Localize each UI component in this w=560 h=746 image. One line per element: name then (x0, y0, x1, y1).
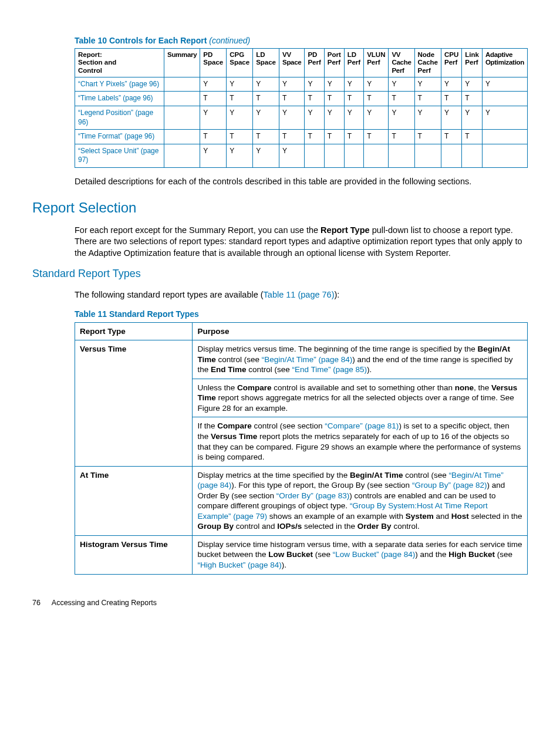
table11-header-purpose: Purpose (193, 322, 528, 340)
link-control[interactable]: “Legend Position” (page 96) (78, 109, 153, 126)
cross-ref-link[interactable]: “Group By” (page 82) (412, 481, 487, 490)
table10-cell: Y (305, 106, 324, 130)
table10-cell: T (344, 92, 363, 106)
table10-cell: T (344, 130, 363, 144)
cross-ref-link[interactable]: “High Bucket” (page 84) (197, 561, 281, 569)
para-standard-types-intro: The following standard report types are … (75, 289, 528, 301)
table10-cell: Y (200, 77, 227, 92)
table11-purpose-cell: Unless the Compare control is available … (193, 379, 528, 417)
footer-title: Accessing and Creating Reports (52, 599, 157, 607)
heading-report-selection: Report Selection (32, 198, 528, 217)
table10-row-label[interactable]: “Chart Y Pixels” (page 96) (75, 77, 164, 92)
table11-caption: Table 11 Standard Report Types (75, 309, 528, 319)
table10-cell: Y (441, 77, 462, 92)
page-number: 76 (32, 598, 50, 607)
table11-purpose-cell: Display metrics versus time. The beginni… (193, 340, 528, 379)
cross-ref-link[interactable]: “Compare” (page 81) (325, 421, 399, 430)
table10-cell: Y (324, 77, 344, 92)
table10-cell: Y (482, 77, 527, 92)
table10-row-label[interactable]: “Time Format” (page 96) (75, 130, 164, 144)
table10-cell (344, 144, 363, 167)
table10-cell: Y (414, 106, 441, 130)
table10-cell (364, 144, 389, 167)
table10-cell: Y (227, 106, 253, 130)
table10-cell: Y (389, 106, 414, 130)
table10-cell (482, 92, 527, 106)
table10-cell: T (414, 92, 441, 106)
cross-ref-link[interactable]: “Group By System:Host At Time Report Exa… (197, 501, 487, 521)
table10-cell: Y (279, 77, 305, 92)
table10-header: PortPerf (324, 49, 344, 77)
table10-header: LDPerf (344, 49, 363, 77)
table10-cell: T (227, 92, 253, 106)
table10-cell: Y (389, 77, 414, 92)
cross-ref-link[interactable]: “End Time” (page 85) (292, 365, 367, 374)
table10-cell (164, 92, 200, 106)
table11-purpose-cell: Display service time histogram versus ti… (193, 535, 528, 574)
page-footer: 76 Accessing and Creating Reports (32, 598, 528, 607)
cross-ref-link[interactable]: “Low Bucket” (page 84) (333, 550, 415, 559)
table10-cell: T (462, 92, 483, 106)
table10-cell: T (279, 130, 305, 144)
table10-cell (164, 77, 200, 92)
table10-cell: Y (279, 144, 305, 167)
table10-cell: Y (253, 77, 279, 92)
table10-cell: Y (324, 106, 344, 130)
table10-header: LDSpace (253, 49, 279, 77)
table10-cell (482, 130, 527, 144)
cross-ref-link[interactable]: “Begin/At Time” (page 84) (262, 355, 353, 364)
table10-cell: Y (200, 144, 227, 167)
table10-header: CPGSpace (227, 49, 253, 77)
table10-cell (164, 130, 200, 144)
table10-cell: Y (364, 77, 389, 92)
table10-cell: T (324, 130, 344, 144)
table10-cell: T (364, 130, 389, 144)
table10-cell: T (324, 92, 344, 106)
table10-cell: Y (462, 106, 483, 130)
heading-standard-report-types: Standard Report Types (32, 267, 528, 281)
table10-cell (305, 144, 324, 167)
table10-cell: Y (462, 77, 483, 92)
link-control[interactable]: “Select Space Unit” (page 97) (78, 147, 158, 164)
table10-cell: Y (253, 144, 279, 167)
table10-cell: Y (414, 77, 441, 92)
table10-header: NodeCachePerf (414, 49, 441, 77)
table11: Report Type Purpose Versus TimeDisplay m… (75, 322, 528, 575)
table10-row-label[interactable]: “Select Space Unit” (page 97) (75, 144, 164, 167)
table10-header: VVSpace (279, 49, 305, 77)
table10-cell (164, 106, 200, 130)
table11-purpose-cell: Display metrics at the time specified by… (193, 466, 528, 535)
table10-cell: T (414, 130, 441, 144)
table10-cell: T (389, 130, 414, 144)
table10-cell: Y (200, 106, 227, 130)
table10-caption-continued: (continued) (209, 36, 250, 45)
para-report-selection: For each report except for the Summary R… (75, 225, 528, 259)
cross-ref-link[interactable]: “Order By” (page 83) (276, 491, 350, 500)
table10-cell: Y (279, 106, 305, 130)
table10-cell: Y (227, 77, 253, 92)
link-control[interactable]: “Time Format” (page 96) (78, 132, 154, 140)
table10-header: Summary (164, 49, 200, 77)
table10-cell (441, 144, 462, 167)
table10-cell (414, 144, 441, 167)
table10-cell: Y (344, 106, 363, 130)
table10-header: VLUNPerf (364, 49, 389, 77)
link-control[interactable]: “Chart Y Pixels” (page 96) (78, 80, 159, 88)
table10-cell: Y (305, 77, 324, 92)
table10-cell (324, 144, 344, 167)
table10-header: LinkPerf (462, 49, 483, 77)
table10-cell: T (462, 130, 483, 144)
table10-header: PDSpace (200, 49, 227, 77)
table10-row-label[interactable]: “Legend Position” (page 96) (75, 106, 164, 130)
table10-caption-text: Table 10 Controls for Each Report (75, 36, 209, 45)
table10-cell: Y (482, 106, 527, 130)
link-control[interactable]: “Time Labels” (page 96) (78, 94, 153, 102)
table10-row-label[interactable]: “Time Labels” (page 96) (75, 92, 164, 106)
table10-header: CPUPerf (441, 49, 462, 77)
table11-report-type: At Time (75, 466, 193, 535)
table10-cell (389, 144, 414, 167)
table10-cell: T (305, 130, 324, 144)
table10-header: PDPerf (305, 49, 324, 77)
table10-header: AdaptiveOptimization (482, 49, 527, 77)
link-table11[interactable]: Table 11 (page 76) (264, 290, 335, 299)
